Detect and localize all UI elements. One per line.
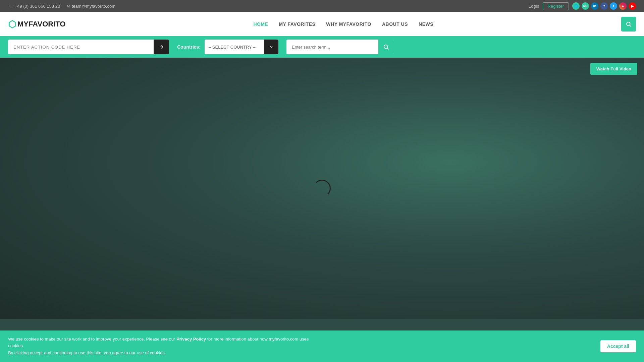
top-bar-contact: 📞 +49 (0) 361 666 158 20 ✉ team@myfavori… (8, 4, 115, 9)
svg-point-0 (627, 22, 630, 26)
top-bar-right: Login Register 🌐 MF in f t ● ▶ (529, 2, 636, 10)
search-button[interactable] (378, 40, 394, 54)
nav-search-button[interactable] (621, 17, 636, 32)
nav-why-myfavorito[interactable]: WHY MYFAVORITO (326, 21, 371, 27)
nav-links: HOME MY FAVORITES WHY MYFAVORITO ABOUT U… (253, 21, 433, 27)
nav-home[interactable]: HOME (253, 21, 268, 27)
logo[interactable]: ⬡ MYFAVORITO (8, 19, 65, 30)
country-select-arrow-icon[interactable] (264, 40, 278, 54)
nav-about-us[interactable]: ABOUT US (382, 21, 408, 27)
svg-line-1 (630, 25, 631, 26)
svg-point-3 (384, 45, 388, 49)
youtube-icon[interactable]: ▶ (629, 2, 636, 10)
phone-icon: 📞 (8, 4, 13, 9)
search-icon-action (383, 44, 389, 50)
search-input[interactable] (286, 45, 378, 50)
email-address: team@myfavorito.com (72, 4, 115, 9)
chevron-down-icon (269, 45, 273, 49)
login-link[interactable]: Login (529, 4, 539, 9)
country-select-wrapper: – SELECT COUNTRY – (205, 40, 278, 54)
cookie-text-line2: By clicking accept and continuing to use… (8, 350, 310, 357)
countries-label: Countries: (177, 44, 201, 50)
action-bar: Countries: – SELECT COUNTRY – (0, 36, 644, 58)
svg-line-4 (387, 48, 388, 49)
linkedin-icon[interactable]: in (591, 2, 598, 10)
twitter-icon[interactable]: t (610, 2, 617, 10)
logo-icon: ⬡ (8, 19, 16, 30)
instagram-icon[interactable]: ● (619, 2, 627, 10)
country-select[interactable]: – SELECT COUNTRY – (205, 45, 264, 50)
facebook-icon[interactable]: f (600, 2, 608, 10)
action-code-container (8, 40, 169, 54)
globe-icon[interactable]: 🌐 (572, 2, 580, 10)
email-icon: ✉ (67, 4, 70, 9)
social-icons: 🌐 MF in f t ● ▶ (572, 2, 636, 10)
nav-news[interactable]: NEWS (419, 21, 433, 27)
phone-contact: 📞 +49 (0) 361 666 158 20 (8, 4, 60, 9)
search-container (286, 40, 394, 54)
cookie-text: We use cookies to make our site work and… (8, 336, 310, 357)
cookie-banner: We use cookies to make our site work and… (0, 330, 644, 362)
accept-all-button[interactable]: Accept all (600, 340, 636, 352)
action-code-input[interactable] (8, 45, 154, 50)
watch-full-video-button[interactable]: Watch Full Video (590, 63, 637, 75)
top-bar: 📞 +49 (0) 361 666 158 20 ✉ team@myfavori… (0, 0, 644, 12)
myfavorito-social-icon[interactable]: MF (582, 2, 589, 10)
navbar: ⬡ MYFAVORITO HOME MY FAVORITES WHY MYFAV… (0, 12, 644, 36)
main-content: Watch Full Video (0, 58, 644, 319)
arrow-right-icon (159, 45, 164, 49)
privacy-policy-link[interactable]: Privacy Policy (176, 337, 206, 342)
nav-my-favorites[interactable]: MY FAVORITES (279, 21, 315, 27)
loading-spinner (313, 180, 331, 197)
search-icon (626, 21, 632, 27)
phone-number: +49 (0) 361 666 158 20 (15, 4, 60, 9)
register-button[interactable]: Register (543, 2, 569, 10)
action-code-submit-button[interactable] (154, 40, 169, 54)
countries-container: Countries: – SELECT COUNTRY – (177, 40, 278, 54)
cookie-text-line1: We use cookies to make our site work and… (8, 336, 310, 350)
logo-text: MYFAVORITO (17, 20, 65, 28)
email-contact: ✉ team@myfavorito.com (67, 4, 115, 9)
